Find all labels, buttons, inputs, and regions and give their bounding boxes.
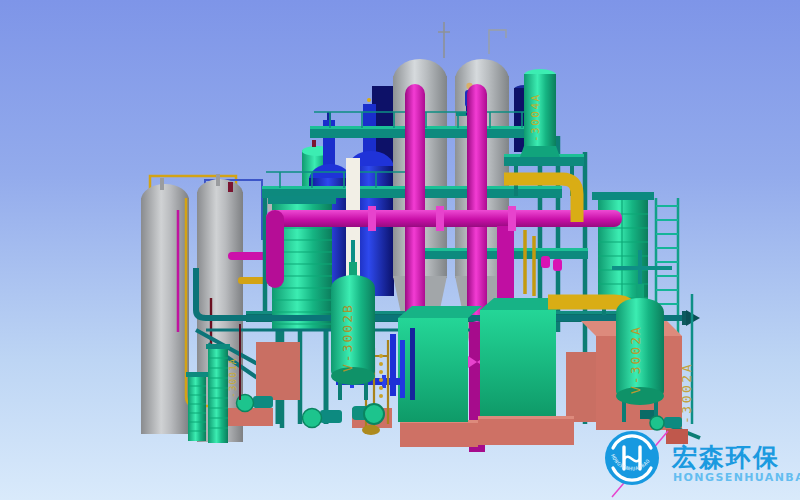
box1-front [398, 318, 468, 422]
pump-column-label: -3001A [227, 358, 238, 398]
plinth2-edge [478, 416, 574, 419]
br-pump-volute [650, 416, 664, 430]
magenta-downpipe-A [405, 84, 425, 322]
blue-riser3 [410, 328, 415, 400]
plate-hx-left-cap [268, 196, 336, 204]
plinth1 [400, 423, 478, 447]
br-pump-motor [664, 417, 682, 428]
magenta-stub2 [553, 259, 562, 271]
maroon-valve [228, 182, 233, 192]
v3002a-label: V-3002A [628, 325, 643, 394]
logo-english-name: HONGSENHUANBAO [673, 471, 800, 484]
plant-scene-canvas: -3004A [0, 0, 800, 500]
blue-header-flange2 [382, 375, 386, 388]
br-red-base [666, 429, 688, 444]
magenta-header-left-elbow [266, 210, 284, 288]
outer-3002a-label: -3002A [679, 362, 694, 424]
plate-hx-right-cap [592, 192, 654, 200]
stack2-body [208, 349, 228, 443]
plinth2 [478, 419, 574, 445]
blue-riser2 [400, 340, 405, 398]
box2-front [480, 310, 556, 416]
stack1-cap [186, 372, 208, 377]
deck1 [310, 129, 556, 138]
reactor2-gold-tip [367, 98, 371, 102]
plant-3d-render: -3004A [0, 0, 800, 500]
blue-riser1 [390, 334, 396, 396]
foundation-mid-left [256, 342, 300, 400]
header-flange3 [508, 206, 516, 231]
magenta-stub1 [541, 256, 550, 268]
green-box-units [398, 298, 570, 422]
v3002b-label: V-3002B [340, 303, 355, 372]
vessel-3004a-deck [504, 157, 584, 166]
brass-base [362, 425, 380, 435]
tank2-nozzle [216, 174, 220, 186]
vessel-3004a-skirt [520, 146, 560, 157]
box1-top [398, 306, 482, 318]
stack2-cap [206, 344, 230, 349]
pump2-motor [253, 396, 273, 408]
tank1-nozzle [160, 178, 164, 190]
pump1-volute [364, 404, 384, 424]
header-flange1 [368, 206, 376, 231]
pump3-motor [320, 410, 342, 423]
magenta-downpipe-B [467, 84, 487, 322]
tank1-shell [141, 198, 189, 434]
foundation-mid-right [566, 352, 596, 422]
pump3-volute [303, 409, 322, 428]
reactor-valve1 [312, 140, 316, 147]
deck1-edge [310, 126, 556, 129]
header-flange2 [436, 206, 444, 231]
logo-chinese-name: 宏森环保 [671, 443, 780, 472]
vessel-3004a-label: -3004A [529, 93, 542, 142]
